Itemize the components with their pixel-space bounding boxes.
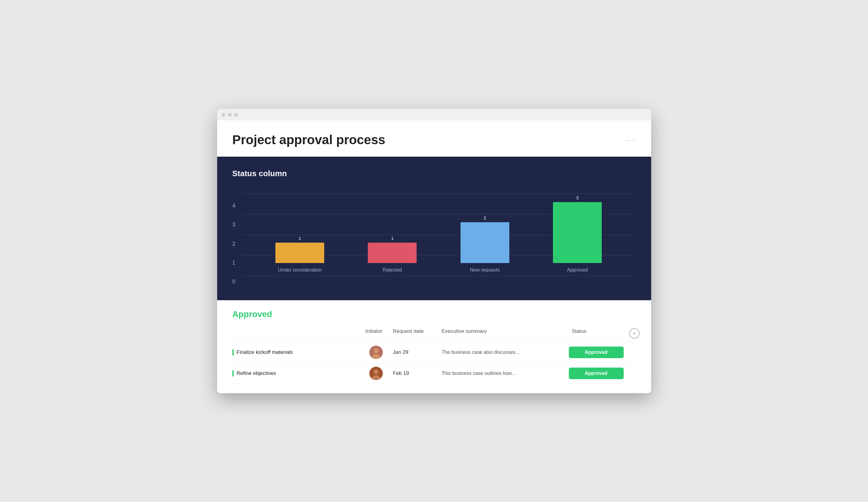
svg-point-1	[374, 348, 379, 353]
avatar-svg-1	[369, 346, 383, 359]
bar-label-new-requests: New requests	[470, 267, 500, 273]
col-status: Status	[569, 328, 624, 339]
bar-rect-approved	[553, 202, 602, 263]
bar-value-under-consideration: 1	[299, 236, 301, 241]
col-summary: Executive summary	[438, 328, 569, 339]
y-label-4: 4	[232, 203, 236, 209]
bar-rejected: 1 Rejected	[368, 236, 417, 273]
row-status-2[interactable]: Approved	[569, 368, 624, 379]
avatar-2	[369, 367, 383, 380]
bar-approved: 3 Approved	[553, 195, 602, 273]
col-name	[232, 328, 363, 339]
chart-title: Status column	[232, 169, 636, 178]
bars-container: 1 Under consideration 1 Rejected 2	[241, 190, 636, 273]
y-label-0: 0	[232, 279, 236, 285]
bar-rect-under-consideration	[276, 243, 324, 263]
y-label-3: 3	[232, 222, 236, 228]
col-initiator: Initiator	[362, 328, 390, 339]
main-window: Project approval process ··· Status colu…	[217, 109, 651, 393]
table-header: Initiator Request date Executive summary…	[232, 325, 636, 342]
bar-label-under-consideration: Under consideration	[278, 267, 322, 273]
row-summary-1: The business case also discusses...	[438, 349, 569, 355]
expand-dot[interactable]	[234, 113, 238, 117]
add-column-button[interactable]: +	[629, 328, 640, 339]
bar-label-approved: Approved	[567, 267, 588, 273]
table-row: Finalize kickoff materials Jan 29 The bu…	[232, 342, 636, 363]
col-add: +	[624, 328, 636, 339]
chart-inner: 1 Under consideration 1 Rejected 2	[241, 194, 636, 285]
page-title: Project approval process	[232, 133, 385, 147]
row-initiator-2	[362, 367, 390, 380]
row-initiator-1	[362, 346, 390, 359]
svg-point-4	[374, 369, 379, 374]
approved-heading: Approved	[232, 310, 636, 319]
row-name-2: Refine objectives	[232, 370, 363, 376]
row-summary-2: This business case outlines how...	[438, 370, 569, 376]
table-row: Refine objectives Feb 19 This business c…	[232, 363, 636, 384]
row-status-1[interactable]: Approved	[569, 347, 624, 358]
bar-rect-rejected	[368, 243, 417, 263]
chart-section: Status column 0 1 2 3 4	[217, 157, 651, 300]
minimize-dot[interactable]	[228, 113, 232, 117]
chart-area: 0 1 2 3 4 1	[232, 187, 636, 285]
approved-section: Approved Initiator Request date Executiv…	[217, 300, 651, 393]
col-date: Request date	[390, 328, 438, 339]
bar-label-rejected: Rejected	[383, 267, 402, 273]
avatar-1	[369, 346, 383, 359]
avatar-svg-2	[369, 367, 383, 380]
bar-under-consideration: 1 Under consideration	[276, 236, 324, 273]
more-options-button[interactable]: ···	[626, 135, 636, 145]
y-label-2: 2	[232, 241, 236, 247]
row-date-1: Jan 29	[390, 349, 438, 355]
close-dot[interactable]	[221, 113, 225, 117]
titlebar	[217, 109, 651, 121]
bar-new-requests: 2 New requests	[461, 215, 509, 273]
y-label-1: 1	[232, 260, 236, 266]
bar-rect-new-requests	[461, 222, 509, 263]
row-date-2: Feb 19	[390, 370, 438, 376]
bar-value-approved: 3	[576, 195, 579, 200]
bar-value-rejected: 1	[391, 236, 393, 241]
y-axis: 0 1 2 3 4	[232, 203, 241, 285]
bar-value-new-requests: 2	[483, 215, 486, 220]
grid-line-0	[241, 275, 636, 276]
page-header: Project approval process ···	[217, 121, 651, 157]
row-name-1: Finalize kickoff materials	[232, 349, 363, 355]
